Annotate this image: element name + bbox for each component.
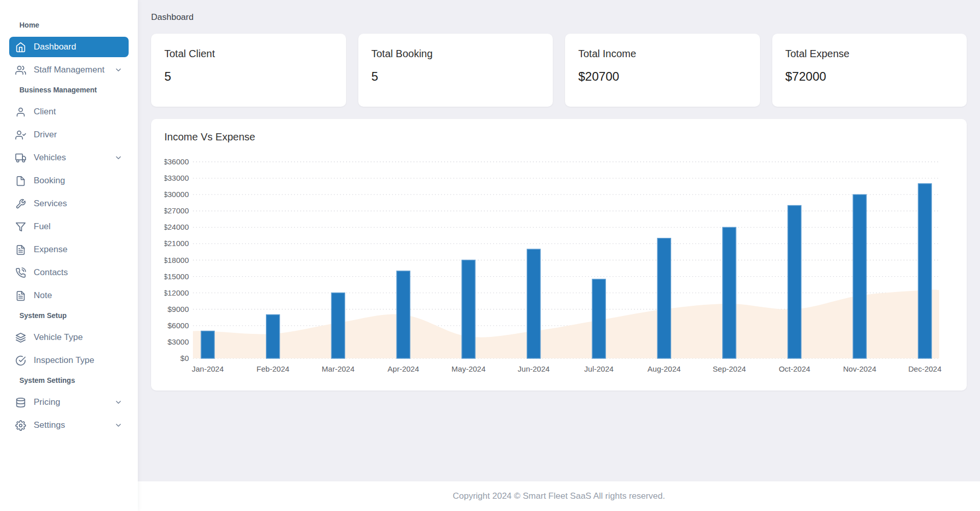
x-tick-label: Dec-2024: [908, 364, 941, 373]
sidebar-item-contacts[interactable]: Contacts: [9, 262, 129, 283]
x-tick-label: Jun-2024: [518, 364, 550, 373]
home-icon: [15, 42, 26, 53]
sidebar-item-label: Pricing: [34, 397, 60, 407]
sidebar-item-label: Inspection Type: [34, 355, 94, 366]
income-bar-Feb-2024: [266, 314, 280, 358]
y-tick-label: $6000: [167, 321, 189, 330]
income-vs-expense-chart-card: Income Vs Expense $0$3000$6000$9000$1200…: [151, 119, 967, 391]
truck-icon: [15, 153, 26, 163]
y-tick-label: $30000: [164, 190, 189, 199]
y-tick-label: $24000: [164, 223, 189, 231]
sidebar-item-label: Dashboard: [34, 42, 76, 52]
database-icon: [15, 397, 26, 408]
y-tick-label: $0: [180, 354, 189, 362]
sidebar-item-vehicle-type[interactable]: Vehicle Type: [9, 327, 129, 348]
stat-card-total-client: Total Client5: [151, 34, 346, 107]
stat-value: $72000: [786, 69, 954, 84]
sidebar-item-label: Driver: [34, 130, 57, 140]
file-icon: [15, 176, 26, 186]
sidebar-item-label: Vehicle Type: [34, 332, 83, 343]
settings-icon: [15, 420, 26, 431]
stat-card-total-booking: Total Booking5: [358, 34, 553, 107]
sidebar-item-expense[interactable]: Expense: [9, 239, 129, 260]
footer: Copyright 2024 © Smart Fleet SaaS All ri…: [138, 481, 980, 511]
stat-card-total-income: Total Income$20700: [565, 34, 760, 107]
income-bar-Dec-2024: [918, 184, 932, 358]
sidebar-item-label: Client: [34, 107, 56, 117]
x-tick-label: Feb-2024: [257, 364, 289, 373]
y-tick-label: $3000: [167, 337, 189, 346]
main-area: Dashboard Total Client5Total Booking5Tot…: [138, 0, 980, 511]
chart-plot-area: $0$3000$6000$9000$12000$15000$18000$2100…: [164, 147, 953, 385]
y-tick-label: $36000: [164, 157, 189, 166]
sidebar-item-label: Services: [34, 199, 67, 209]
sidebar-item-note[interactable]: Note: [9, 285, 129, 306]
sidebar-item-client[interactable]: Client: [9, 102, 129, 122]
stat-card-total-expense: Total Expense$72000: [772, 34, 967, 107]
y-tick-label: $18000: [164, 256, 189, 264]
sidebar-item-label: Note: [34, 290, 52, 301]
section-label-system-settings: System Settings: [0, 376, 138, 385]
sidebar-item-label: Vehicles: [34, 153, 66, 163]
sidebar-item-staff-management[interactable]: Staff Management: [9, 60, 129, 80]
user-check-icon: [15, 130, 26, 140]
user-icon: [15, 107, 26, 117]
sidebar-item-label: Fuel: [34, 222, 51, 232]
stat-value: 5: [372, 69, 540, 84]
page-title: Dashboard: [151, 12, 967, 22]
section-label-home: Home: [0, 20, 138, 30]
sidebar-item-pricing[interactable]: Pricing: [9, 392, 129, 412]
stat-label: Total Expense: [786, 48, 954, 60]
phone-call-icon: [15, 267, 26, 278]
stat-label: Total Income: [578, 48, 747, 60]
stat-value: $20700: [578, 69, 747, 84]
copyright-text: Copyright 2024 © Smart Fleet SaaS All ri…: [453, 491, 665, 501]
sidebar-item-booking[interactable]: Booking: [9, 171, 129, 191]
sidebar-item-label: Contacts: [34, 267, 68, 278]
income-bar-Apr-2024: [397, 271, 410, 358]
chevron-down-icon: [114, 398, 122, 406]
x-tick-label: Apr-2024: [387, 364, 419, 373]
income-bar-Nov-2024: [853, 194, 866, 358]
income-bar-Mar-2024: [331, 293, 345, 358]
y-tick-label: $21000: [164, 239, 189, 248]
check-circle-icon: [15, 355, 26, 366]
sidebar-item-label: Settings: [34, 420, 65, 430]
x-tick-label: Jul-2024: [584, 364, 614, 373]
sidebar-item-vehicles[interactable]: Vehicles: [9, 148, 129, 168]
y-tick-label: $27000: [164, 206, 189, 215]
sidebar-item-dashboard[interactable]: Dashboard: [9, 37, 129, 57]
section-label-business-management: Business Management: [0, 85, 138, 94]
income-bar-May-2024: [462, 260, 475, 359]
stats-row: Total Client5Total Booking5Total Income$…: [151, 34, 967, 107]
sidebar-item-fuel[interactable]: Fuel: [9, 216, 129, 237]
income-bar-Jun-2024: [527, 249, 541, 358]
y-tick-label: $15000: [164, 272, 189, 281]
sidebar: HomeDashboardStaff ManagementBusiness Ma…: [0, 0, 138, 511]
y-tick-label: $33000: [164, 174, 189, 182]
sidebar-item-settings[interactable]: Settings: [9, 415, 129, 435]
sidebar-item-services[interactable]: Services: [9, 193, 129, 214]
income-bar-Sep-2024: [723, 227, 736, 358]
content: Dashboard Total Client5Total Booking5Tot…: [138, 0, 980, 481]
y-tick-label: $12000: [164, 288, 189, 297]
x-tick-label: Jan-2024: [192, 364, 224, 373]
stat-label: Total Booking: [372, 48, 540, 60]
sidebar-item-label: Expense: [34, 245, 67, 255]
income-bar-Jul-2024: [592, 279, 605, 358]
x-tick-label: Oct-2024: [779, 364, 811, 373]
stat-value: 5: [164, 69, 333, 84]
x-tick-label: Aug-2024: [648, 364, 681, 373]
sidebar-item-driver[interactable]: Driver: [9, 125, 129, 145]
stat-label: Total Client: [164, 48, 333, 60]
sidebar-item-inspection-type[interactable]: Inspection Type: [9, 350, 129, 371]
file-text-icon: [15, 290, 26, 301]
x-tick-label: Mar-2024: [322, 364, 354, 373]
chart-title: Income Vs Expense: [164, 131, 953, 143]
y-tick-label: $9000: [167, 305, 189, 313]
income-bar-Oct-2024: [788, 206, 801, 358]
sidebar-item-label: Staff Management: [34, 65, 105, 75]
chart-svg: $0$3000$6000$9000$12000$15000$18000$2100…: [164, 147, 953, 385]
chevron-down-icon: [114, 66, 122, 74]
income-bar-Aug-2024: [657, 238, 671, 358]
